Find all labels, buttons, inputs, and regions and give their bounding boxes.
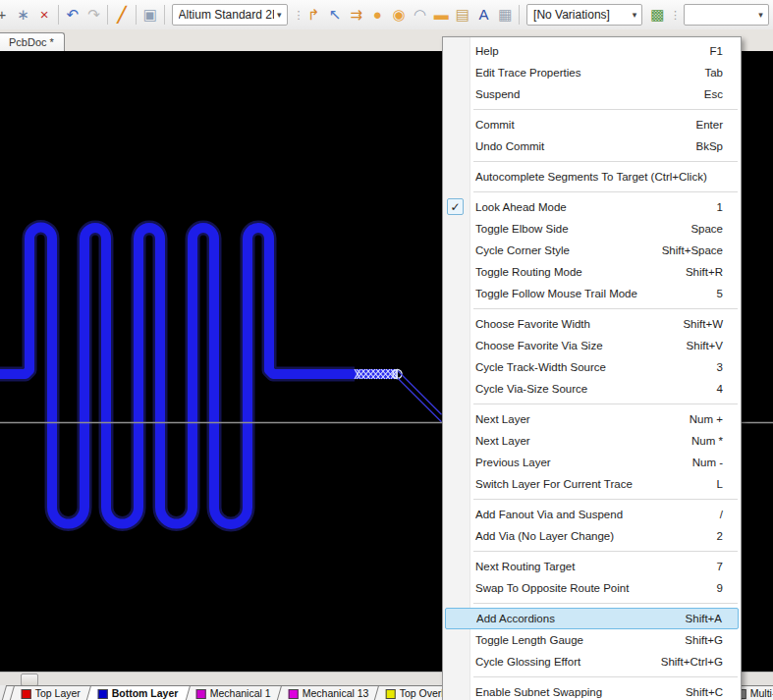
menu-item-choose-favorite-via-size[interactable]: Choose Favorite Via SizeShift+V <box>443 335 741 356</box>
layer-tab-label: Top Layer <box>35 687 81 700</box>
toolbar-separator <box>107 5 108 25</box>
place-via-icon[interactable]: ◉ <box>388 1 410 28</box>
annotate-pen-icon[interactable]: ╱ <box>111 1 133 28</box>
place-fill-icon[interactable]: ▬ <box>430 1 452 28</box>
layer-tab-content: Bottom Layer <box>98 687 179 700</box>
pad-array-icon[interactable]: ▤ <box>452 1 473 28</box>
menu-item-shortcut: Shift+Space <box>662 240 723 261</box>
break-track-icon[interactable]: ∗ <box>13 1 34 28</box>
menu-item-toggle-follow-mouse-trail-mode[interactable]: Toggle Follow Mouse Trail Mode5 <box>443 283 741 304</box>
interactive-routing-icon[interactable]: ↱ <box>304 1 325 28</box>
layer-color-swatch <box>98 688 108 698</box>
redo-icon[interactable]: ↷ <box>83 1 105 28</box>
layer-tab-top-layer[interactable]: Top Layer <box>10 685 92 700</box>
menu-item-add-via-no-layer-change[interactable]: Add Via (No Layer Change)2 <box>443 525 741 547</box>
menu-item-label: Enable Subnet Swapping <box>475 681 674 700</box>
menu-item-edit-trace-properties[interactable]: Edit Trace PropertiesTab <box>443 62 741 83</box>
menu-item-cycle-via-size-source[interactable]: Cycle Via-Size Source4 <box>443 378 741 400</box>
layer-tab-mechanical-1[interactable]: Mechanical 1 <box>185 685 283 700</box>
menu-item-label: Cycle Corner Style <box>475 240 650 261</box>
clipped-cross-icon[interactable]: + <box>0 1 13 28</box>
menu-item-next-layer[interactable]: Next LayerNum + <box>443 408 741 430</box>
menu-item-add-accordions[interactable]: Add AccordionsShift+A <box>445 608 739 629</box>
empty-combo[interactable]: ▾ <box>684 4 769 26</box>
menu-item-choose-favorite-width[interactable]: Choose Favorite WidthShift+W <box>443 313 741 335</box>
board-snapshot-icon[interactable]: ▣ <box>139 1 161 28</box>
menu-item-shortcut: 7 <box>717 556 723 577</box>
menu-separator <box>473 551 738 552</box>
menu-separator <box>473 404 738 404</box>
menu-item-shortcut: Shift+C <box>686 681 723 700</box>
dropdown-caret-icon[interactable]: ▾ <box>630 10 640 20</box>
toolbar-separator <box>136 5 137 25</box>
layer-tab-label: Mechanical 1 <box>210 687 271 700</box>
menu-item-label: Toggle Elbow Side <box>475 218 679 240</box>
dropdown-caret-icon[interactable]: ▾ <box>274 10 285 20</box>
layer-color-swatch <box>289 688 299 698</box>
layer-tab-mechanical-13[interactable]: Mechanical 13 <box>277 685 381 700</box>
menu-item-next-routing-target[interactable]: Next Routing Target7 <box>443 556 741 577</box>
view-configuration-combo[interactable]: Altium Standard 2D▾ <box>172 4 288 26</box>
menu-item-label: Choose Favorite Width <box>475 313 671 335</box>
menu-item-shortcut: Enter <box>696 114 724 135</box>
menu-item-label: Add Via (No Layer Change) <box>475 525 705 547</box>
menu-item-toggle-length-gauge[interactable]: Toggle Length GaugeShift+G <box>443 629 741 651</box>
place-string-icon[interactable]: A <box>473 1 495 28</box>
menu-item-shortcut: Esc <box>704 83 723 105</box>
menu-item-label: Previous Layer <box>475 452 681 473</box>
drag-track-icon[interactable]: ↖ <box>324 1 346 28</box>
dropdown-caret-icon[interactable]: ▾ <box>755 10 766 20</box>
place-component-icon[interactable]: ▦ <box>494 1 516 28</box>
menu-item-cycle-corner-style[interactable]: Cycle Corner StyleShift+Space <box>443 240 741 261</box>
layer-tab-bottom-layer[interactable]: Bottom Layer <box>86 685 191 700</box>
place-pad-icon[interactable]: ● <box>367 1 389 28</box>
layer-tab-content: Mechanical 1 <box>196 687 271 700</box>
menu-item-switch-layer-for-current-trace[interactable]: Switch Layer For Current TraceL <box>443 473 741 495</box>
menu-item-toggle-routing-mode[interactable]: Toggle Routing ModeShift+R <box>443 261 741 283</box>
menu-item-help[interactable]: HelpF1 <box>443 40 741 62</box>
menu-item-shortcut: 5 <box>717 283 723 304</box>
toolbar: +∗×↶↷╱▣Altium Standard 2D▾⋮↱↖⇉●◉◠▬▤A▦[No… <box>0 0 773 30</box>
menu-item-shortcut: Num - <box>692 452 723 473</box>
menu-item-toggle-elbow-side[interactable]: Toggle Elbow SideSpace <box>443 218 741 240</box>
diff-pair-routing-icon[interactable]: ⇉ <box>346 1 367 28</box>
document-tab[interactable]: PcbDoc * <box>0 32 65 51</box>
menu-item-suspend[interactable]: SuspendEsc <box>443 83 741 105</box>
menu-item-label: Swap To Opposite Route Point <box>475 577 705 599</box>
delete-segment-icon[interactable]: × <box>33 1 55 28</box>
menu-item-label: Help <box>475 40 698 62</box>
menu-item-commit[interactable]: CommitEnter <box>443 114 741 135</box>
menu-item-cycle-track-width-source[interactable]: Cycle Track-Width Source3 <box>443 356 741 378</box>
variant-manager-icon[interactable]: ▩ <box>646 1 668 28</box>
place-arc-icon[interactable]: ◠ <box>410 1 431 28</box>
menu-separator <box>473 308 738 309</box>
menu-item-label: Switch Layer For Current Trace <box>475 473 705 495</box>
menu-item-look-ahead-mode[interactable]: ✓Look Ahead Mode1 <box>443 196 741 218</box>
menu-item-next-layer[interactable]: Next LayerNum * <box>443 430 741 452</box>
menu-item-label: Look Ahead Mode <box>475 196 705 218</box>
menu-item-label: Undo Commit <box>475 135 685 157</box>
interactive-routing-context-menu: HelpF1Edit Trace PropertiesTabSuspendEsc… <box>442 36 742 700</box>
menu-item-previous-layer[interactable]: Previous LayerNum - <box>443 452 741 473</box>
menu-item-undo-commit[interactable]: Undo CommitBkSp <box>443 135 741 157</box>
context-menu-list: HelpF1Edit Trace PropertiesTabSuspendEsc… <box>443 40 741 700</box>
menu-item-shortcut: Shift+A <box>686 608 722 629</box>
altium-pcb-editor-window: +∗×↶↷╱▣Altium Standard 2D▾⋮↱↖⇉●◉◠▬▤A▦[No… <box>0 0 773 700</box>
layer-tab-content: Mechanical 13 <box>289 687 369 700</box>
layer-color-swatch <box>386 688 396 698</box>
menu-item-add-fanout-via-and-suspend[interactable]: Add Fanout Via and Suspend/ <box>443 504 741 525</box>
menu-item-shortcut: Num * <box>691 430 723 452</box>
menu-item-autocomplete-segments-to-target-ctrl-click[interactable]: Autocomplete Segments To Target (Ctrl+Cl… <box>443 166 741 188</box>
menu-item-label: Suspend <box>475 83 692 105</box>
menu-item-swap-to-opposite-route-point[interactable]: Swap To Opposite Route Point9 <box>443 577 741 599</box>
menu-item-shortcut: 4 <box>717 378 723 400</box>
menu-item-cycle-glossing-effort[interactable]: Cycle Glossing EffortShift+Ctrl+G <box>443 651 741 673</box>
undo-icon[interactable]: ↶ <box>62 1 83 28</box>
menu-item-enable-subnet-swapping[interactable]: Enable Subnet SwappingShift+C <box>443 681 741 700</box>
menu-item-shortcut: Shift+Ctrl+G <box>661 651 723 673</box>
menu-item-label: Commit <box>475 114 685 135</box>
menu-separator <box>473 499 738 500</box>
menu-item-shortcut: Shift+W <box>683 313 723 335</box>
menu-item-shortcut: F1 <box>710 40 723 62</box>
variant-combo[interactable]: [No Variations]▾ <box>526 4 642 26</box>
